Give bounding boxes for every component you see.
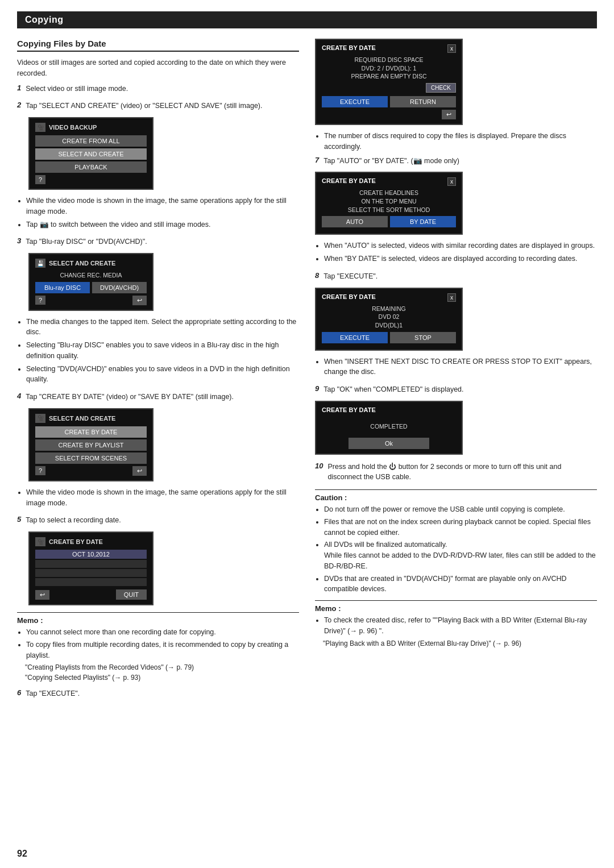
step-7: 7 Tap "AUTO" or "BY DATE". (📷 mode only)… [315, 156, 597, 264]
execute-btn-2[interactable]: EXECUTE [322, 332, 388, 343]
ui-create-sort: CREATE BY DATE x CREATE HEADLINES ON THE… [315, 172, 463, 235]
bullet-step7-date: When "BY DATE" is selected, videos are d… [324, 254, 597, 264]
close-btn-2[interactable]: x [447, 177, 456, 186]
create-by-date-completed-title: CREATE BY DATE [322, 406, 376, 413]
select-and-create-btn[interactable]: SELECT AND CREATE [35, 148, 147, 160]
step-3-num: 3 [17, 236, 21, 245]
bullet-step6-1: The number of discs required to copy the… [324, 131, 597, 152]
create-by-date-btn[interactable]: CREATE BY DATE [35, 426, 147, 438]
quit-btn[interactable]: QUIT [116, 589, 147, 600]
ok-btn[interactable]: Ok [349, 438, 429, 449]
check-btn[interactable]: CHECK [426, 83, 456, 93]
playback-btn[interactable]: PLAYBACK [35, 161, 147, 173]
step-5: 5 Tap to select a recording date. 🎥 CREA… [17, 515, 299, 605]
create-by-playlist-btn[interactable]: CREATE BY PLAYLIST [35, 439, 147, 451]
selected-date[interactable]: OCT 10,2012 [35, 550, 147, 559]
step-8-text: Tap "EXECUTE". [323, 271, 377, 282]
step-8: 8 Tap "EXECUTE". CREATE BY DATE x REMAIN… [315, 271, 597, 377]
auto-btn[interactable]: AUTO [322, 216, 388, 227]
execute-btn-1[interactable]: EXECUTE [322, 96, 388, 107]
help-icon[interactable]: ? [35, 175, 45, 184]
step-2: 2 Tap "SELECT AND CREATE" (video) or "SE… [17, 101, 299, 230]
step-4-text: Tap "CREATE BY DATE" (video) or "SAVE BY… [26, 392, 234, 402]
step-3: 3 Tap "Blu-ray DISC" or "DVD(AVCHD)". 💾 … [17, 236, 299, 385]
back-btn-2[interactable]: ↩ [132, 466, 147, 476]
step-4-num: 4 [17, 392, 21, 400]
create-from-all-btn[interactable]: CREATE FROM ALL [35, 135, 147, 147]
step-5-text: Tap to select a recording date. [26, 515, 121, 526]
step-5-num: 5 [17, 515, 21, 524]
caution-box: Caution : Do not turn off the power or r… [315, 489, 597, 595]
step-2-text: Tap "SELECT AND CREATE" (video) or "SELE… [26, 101, 262, 111]
completed-label: COMPLETED [322, 422, 456, 431]
memo-title-right: Memo : [315, 604, 597, 613]
right-column: CREATE BY DATE x REQUIRED DISC SPACE DVD… [315, 39, 597, 706]
step-8-num: 8 [315, 271, 319, 280]
ui-select-create-title-2: SELECT AND CREATE [49, 415, 115, 422]
select-from-scenes-btn[interactable]: SELECT FROM SCENES [35, 452, 147, 464]
step-2-num: 2 [17, 101, 21, 109]
step-9-num: 9 [315, 384, 319, 393]
ui-create-completed: CREATE BY DATE COMPLETED Ok [315, 401, 463, 455]
date-row-3 [35, 578, 147, 586]
stop-btn[interactable]: STOP [390, 332, 456, 343]
bullets-after-step4: While the video mode is shown in the ima… [26, 487, 299, 509]
bullet-step8-1: When "INSERT THE NEXT DISC TO CREATE OR … [324, 356, 597, 378]
video-icon-3: 🎥 [35, 537, 45, 546]
ui-date-selection: 🎥 CREATE BY DATE OCT 10,2012 ↩ QUIT [28, 531, 154, 605]
help-icon-3[interactable]: ? [35, 466, 45, 475]
step-9: 9 Tap "OK" when "COMPLETED" is displayed… [315, 384, 597, 454]
bullet-step7-auto: When "AUTO" is selected, videos with sim… [324, 240, 597, 251]
back-btn-check[interactable]: ↩ [442, 110, 456, 119]
ui-video-backup-title: VIDEO BACKUP [49, 124, 97, 131]
caution-item-1: Do not turn off the power or remove the … [324, 504, 597, 515]
memo-ref-1: "Creating Playlists from the Recorded Vi… [25, 662, 299, 672]
memo2-ref-1: "Playing Back with a BD Writer (External… [323, 638, 597, 649]
video-icon-2: 🎥 [35, 414, 45, 423]
step-1-num: 1 [17, 84, 21, 92]
caution-item-2: Files that are not on the index screen d… [324, 517, 597, 538]
caution-title: Caution : [315, 493, 597, 502]
create-by-date-title: CREATE BY DATE [49, 538, 103, 545]
step-4: 4 Tap "CREATE BY DATE" (video) or "SAVE … [17, 392, 299, 508]
ui-create-check: CREATE BY DATE x REQUIRED DISC SPACE DVD… [315, 39, 463, 125]
memo-ref-2: "Copying Selected Playlists" (→ p. 93) [25, 672, 299, 683]
close-btn-3[interactable]: x [447, 293, 456, 302]
ui-create-execute: CREATE BY DATE x REMAINING DVD 02 DVD(DL… [315, 288, 463, 351]
step-3-text: Tap "Blu-ray DISC" or "DVD(AVCHD)". [26, 236, 147, 247]
step-10-text: Press and hold the ⏻ button for 2 second… [327, 462, 597, 483]
back-btn-1[interactable]: ↩ [132, 296, 147, 305]
bullets-after-step2: While the video mode is shown in the ima… [26, 196, 299, 230]
bullets-after-step3: The media changes to the tapped item. Se… [26, 317, 299, 385]
bullet-step3-2: Selecting "Blu-ray DISC" enables you to … [26, 340, 299, 362]
bullets-after-step8: When "INSERT THE NEXT DISC TO CREATE OR … [324, 356, 597, 378]
create-by-date-check-title: CREATE BY DATE [322, 44, 376, 51]
memo-item-1: You cannot select more than one recordin… [26, 627, 299, 638]
date-row-2 [35, 569, 147, 577]
bullets-after-step6: The number of discs required to copy the… [324, 131, 597, 152]
bullet-step3-1: The media changes to the tapped item. Se… [26, 317, 299, 338]
dvd-avchd-btn[interactable]: DVD(AVCHD) [92, 282, 147, 293]
ui-select-create-title-1: SELECT AND CREATE [49, 260, 115, 267]
memo-title-left: Memo : [17, 616, 299, 625]
date-row-1 [35, 560, 147, 568]
left-column: Copying Files by Date Videos or still im… [17, 39, 299, 706]
memo-box-right: Memo : To check the created disc, refer … [315, 600, 597, 649]
page-header: Copying [17, 11, 597, 28]
page-number: 92 [17, 849, 27, 859]
step-6-text: Tap "EXECUTE". [26, 688, 80, 699]
back-btn-3[interactable]: ↩ [35, 590, 49, 600]
intro-text: Videos or still images are sorted and co… [17, 57, 299, 79]
bluray-disc-btn[interactable]: Blu-ray DISC [35, 282, 90, 293]
return-btn[interactable]: RETURN [390, 96, 456, 107]
by-date-btn[interactable]: BY DATE [390, 216, 456, 227]
disc-icon: 💾 [35, 259, 45, 268]
step-10-num: 10 [315, 462, 323, 470]
help-icon-2[interactable]: ? [35, 296, 45, 305]
required-disc-info: REQUIRED DISC SPACE DVD: 2 / DVD(DL): 1 … [322, 56, 456, 81]
step-1: 1 Select video or still image mode. [17, 84, 299, 94]
video-icon: 🎥 [35, 123, 45, 132]
remaining-info: REMAINING DVD 02 DVD(DL)1 [322, 305, 456, 330]
memo-item-2: To copy files from multiple recording da… [26, 639, 299, 661]
close-btn-1[interactable]: x [447, 44, 456, 53]
